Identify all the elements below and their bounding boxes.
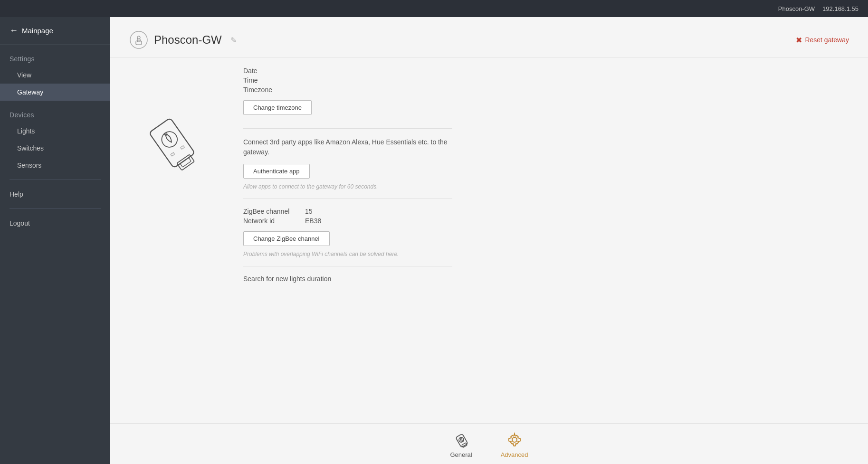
svg-point-14	[512, 437, 517, 442]
time-label: Time	[243, 76, 286, 84]
svg-point-0	[130, 31, 147, 48]
timezone-row: Timezone	[243, 86, 452, 94]
authenticate-hint: Allow apps to connect to the gateway for…	[243, 183, 452, 190]
topbar: Phoscon-GW 192.168.1.55	[0, 0, 868, 17]
search-duration-label: Search for new lights duration	[243, 275, 452, 283]
sidebar-help[interactable]: Help	[0, 186, 110, 203]
svg-point-3	[137, 36, 140, 39]
svg-rect-2	[137, 39, 140, 42]
advanced-tab-icon	[506, 431, 523, 448]
settings-panel: Date Time Timezone Change timezone Conne…	[234, 57, 471, 423]
usb-stick-illustration	[129, 95, 215, 190]
change-zigbee-channel-button[interactable]: Change ZigBee channel	[243, 231, 330, 246]
topbar-ip: 192.168.1.55	[822, 5, 858, 12]
main-content: Phoscon-GW ✎ ✖ Reset gateway	[110, 17, 868, 464]
edit-title-icon[interactable]: ✎	[230, 36, 237, 45]
network-id-row: Network id EB38	[243, 217, 452, 225]
bottom-tabs: General Advanced	[110, 423, 868, 464]
zigbee-channel-label: ZigBee channel	[243, 208, 305, 215]
sidebar-item-lights[interactable]: Lights	[0, 123, 110, 140]
sidebar-item-gateway[interactable]: Gateway	[0, 84, 110, 101]
tab-advanced[interactable]: Advanced	[501, 431, 528, 458]
illustration-area	[110, 57, 234, 423]
svg-point-7	[159, 129, 181, 151]
devices-section-label: Devices	[0, 101, 110, 123]
divider-2	[243, 199, 452, 199]
zigbee-channel-row: ZigBee channel 15	[243, 208, 452, 215]
topbar-gateway-name: Phoscon-GW	[778, 5, 815, 12]
network-id-value: EB38	[305, 217, 321, 225]
network-id-label: Network id	[243, 217, 305, 225]
svg-rect-12	[461, 443, 467, 447]
advanced-tab-label: Advanced	[501, 451, 528, 458]
content-header: Phoscon-GW ✎ ✖ Reset gateway	[110, 17, 868, 57]
date-label: Date	[243, 67, 286, 75]
sidebar-item-view[interactable]: View	[0, 66, 110, 84]
svg-point-13	[458, 436, 465, 443]
sidebar: ← Mainpage Settings View Gateway Devices…	[0, 17, 110, 464]
reset-x-icon: ✖	[796, 36, 802, 45]
back-arrow-icon: ←	[10, 26, 18, 36]
content-body: Date Time Timezone Change timezone Conne…	[110, 57, 868, 423]
zigbee-hint: Problems with overlapping WiFi channels …	[243, 251, 452, 257]
divider-3	[243, 266, 452, 266]
time-row: Time	[243, 76, 452, 84]
content-title-area: Phoscon-GW ✎	[129, 30, 237, 49]
general-tab-icon	[453, 431, 470, 448]
svg-rect-1	[136, 41, 142, 45]
date-row: Date	[243, 67, 452, 75]
page-title: Phoscon-GW	[154, 33, 222, 47]
change-timezone-button[interactable]: Change timezone	[243, 100, 312, 115]
tab-general[interactable]: General	[450, 431, 472, 458]
sidebar-logout[interactable]: Logout	[0, 215, 110, 232]
divider-1	[243, 128, 452, 129]
sidebar-divider	[10, 180, 101, 180]
sidebar-item-switches[interactable]: Switches	[0, 140, 110, 157]
timezone-label: Timezone	[243, 86, 286, 94]
sidebar-item-sensors[interactable]: Sensors	[0, 157, 110, 174]
reset-gateway-button[interactable]: ✖ Reset gateway	[796, 36, 849, 45]
svg-rect-10	[181, 146, 185, 150]
svg-rect-9	[171, 152, 175, 156]
sidebar-mainpage[interactable]: ← Mainpage	[0, 17, 110, 45]
general-tab-label: General	[450, 451, 472, 458]
sidebar-divider-2	[10, 208, 101, 209]
settings-section-label: Settings	[0, 45, 110, 66]
zigbee-channel-value: 15	[305, 208, 313, 215]
gateway-usb-icon	[129, 30, 148, 49]
svg-rect-4	[149, 118, 195, 168]
svg-rect-6	[180, 158, 191, 167]
app-connect-description: Connect 3rd party apps like Amazon Alexa…	[243, 137, 452, 157]
sidebar-mainpage-label: Mainpage	[22, 27, 53, 35]
authenticate-app-button[interactable]: Authenticate app	[243, 164, 310, 179]
svg-rect-5	[177, 154, 194, 170]
